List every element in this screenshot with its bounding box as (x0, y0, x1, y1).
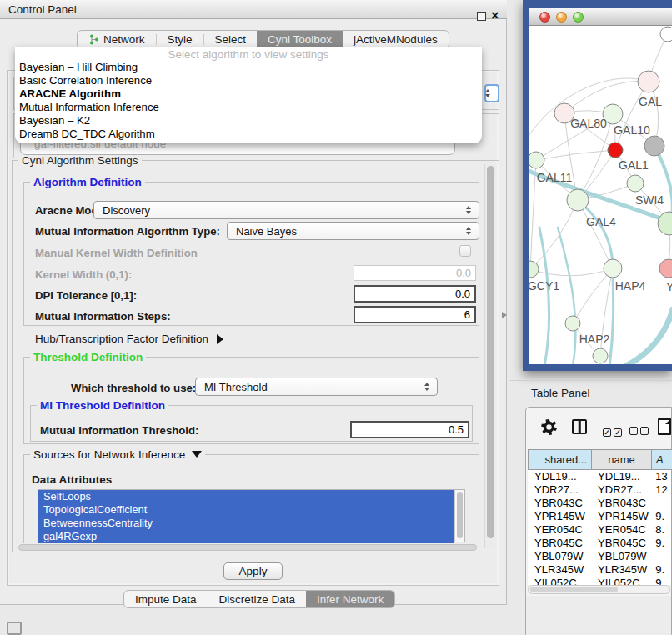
minimize-window-icon[interactable] (556, 12, 567, 22)
table-row[interactable]: YBR043CYBR043C (528, 497, 671, 510)
new-table-icon[interactable] (658, 418, 671, 435)
settings-horizontal-scrollbar[interactable] (17, 543, 480, 552)
node-hap2[interactable] (565, 316, 580, 331)
node-gal-pink[interactable] (638, 71, 659, 92)
aracne-mode-combo[interactable]: Discovery (93, 201, 479, 219)
tab-jactivemnodules[interactable]: jActiveMNodules (343, 31, 449, 48)
cell: YER054C (591, 523, 650, 537)
node-label: Y (666, 280, 672, 293)
bottom-left-partial-icon[interactable] (7, 622, 22, 635)
which-threshold-combo[interactable]: MI Threshold (195, 378, 438, 396)
float-panel-icon[interactable] (477, 12, 486, 21)
zoom-window-icon[interactable] (573, 12, 584, 22)
table-row[interactable]: YER054CYER054C8. (528, 523, 671, 537)
manual-kernel-width-checkbox[interactable] (459, 245, 471, 257)
node-gal4[interactable] (567, 189, 589, 211)
dropdown-item[interactable]: Mutual Information Inference (15, 101, 482, 114)
close-panel-icon[interactable]: × (491, 6, 499, 25)
table-row-clipped[interactable]: YIL052CYIL052C9 (528, 577, 671, 585)
network-graph: GAL GAL80 GAL10 GAL11 GAL1 SWI4 GAL4 GCY… (529, 26, 672, 364)
dropdown-item-selected[interactable]: ARACNE Algorithm (15, 88, 482, 101)
attribute-item-selected[interactable]: SelfLoops (38, 490, 454, 503)
table-row[interactable]: YBR045CYBR045C9. (528, 537, 671, 550)
column-header-name[interactable]: name (592, 449, 652, 470)
scrollbar-thumb[interactable] (487, 166, 494, 538)
hub-definition-expander[interactable]: Hub/Transcription Factor Definition (35, 332, 223, 345)
cell: 12 (650, 483, 671, 497)
mi-steps-field[interactable]: 6 (354, 306, 476, 323)
mi-algorithm-type-combo[interactable]: Naive Bayes (227, 222, 479, 240)
node-hap4[interactable] (604, 259, 622, 278)
tab-select[interactable]: Select (204, 31, 258, 48)
algorithm-definition-title: Algorithm Definition (30, 176, 145, 188)
cell: YBR045C (528, 537, 591, 550)
tab-discretize-data[interactable]: Discretize Data (208, 591, 307, 608)
node-label: GAL1 (619, 158, 649, 172)
tab-impute-data[interactable]: Impute Data (124, 591, 208, 608)
network-window-titlebar[interactable] (529, 8, 672, 26)
cell: 9. (650, 510, 671, 523)
tab-network[interactable]: Network (78, 31, 156, 48)
tab-cyni-toolbox[interactable]: Cyni Toolbox (257, 31, 343, 48)
algorithm-combo-right-end[interactable] (484, 84, 499, 102)
scrollbar-thumb[interactable] (18, 544, 477, 551)
scrollbar-thumb[interactable] (457, 492, 463, 538)
dropdown-item[interactable]: Dream8 DC_TDC Algorithm (15, 128, 482, 141)
node-label: GAL80 (570, 117, 607, 130)
dropdown-item[interactable]: Basic Correlation Inference (15, 74, 482, 88)
table-horizontal-scrollbar[interactable] (528, 585, 670, 594)
node-red-selected[interactable] (608, 142, 623, 158)
column-header-shared-name[interactable]: shared... (528, 449, 592, 470)
node-gray[interactable] (644, 136, 664, 156)
attribute-item-selected[interactable]: BetweennessCentrality (38, 517, 454, 530)
kernel-width-field[interactable]: 0.0 (354, 265, 476, 281)
attribute-item-selected[interactable]: gal4RGexp (38, 530, 454, 543)
scrollbar-thumb[interactable] (530, 587, 618, 592)
node-label: HAP2 (579, 332, 610, 346)
deselect-all-checks-icon[interactable] (629, 423, 651, 438)
attributes-list-scrollbar[interactable] (454, 490, 464, 542)
network-tab-icon (88, 34, 99, 45)
node-right-green[interactable] (658, 212, 672, 235)
tab-discretize-data-label: Discretize Data (219, 593, 296, 606)
column-header-partial[interactable]: A (652, 449, 672, 470)
mi-algorithm-type-label: Mutual Information Algorithm Type: (35, 225, 220, 238)
node-gal1[interactable] (627, 175, 644, 192)
table-row[interactable]: YPR145WYPR145W9. (528, 510, 671, 523)
attribute-item-selected[interactable]: TopologicalCoefficient (38, 503, 454, 517)
close-window-icon[interactable] (539, 12, 550, 22)
cell: YDL19... (528, 470, 591, 483)
table-row[interactable]: YBL079WYBL079W (528, 550, 671, 563)
settings-vertical-scrollbar[interactable] (484, 164, 496, 548)
dpi-tolerance-field[interactable]: 0.0 (354, 285, 476, 302)
node-gcy1[interactable] (529, 261, 539, 278)
table-row[interactable]: YDR27...YDR27...12 (528, 483, 671, 497)
tab-infer-network[interactable]: Infer Network (306, 591, 394, 608)
node-partial-top[interactable] (660, 27, 672, 42)
cell: 13 (650, 470, 671, 483)
cell: YBL079W (591, 550, 650, 563)
table-row[interactable]: YDL19...YDL19...13 (528, 470, 671, 483)
dropdown-item[interactable]: Bayesian – K2 (15, 114, 482, 128)
select-all-checks-icon[interactable]: ✓✓ (603, 423, 624, 438)
dropdown-item[interactable]: Bayesian – Hill Climbing (15, 61, 482, 74)
cell: YBR045C (591, 537, 650, 550)
gear-icon[interactable] (541, 419, 557, 435)
tab-style[interactable]: Style (157, 31, 203, 48)
splitpane-arrow-icon[interactable] (502, 312, 507, 318)
node-label: GAL (639, 95, 662, 108)
table-row[interactable]: YLR345WYLR345W9. (528, 563, 671, 577)
node-gal11[interactable] (529, 152, 544, 168)
network-canvas[interactable]: GAL GAL80 GAL10 GAL11 GAL1 SWI4 GAL4 GCY… (529, 26, 672, 364)
apply-button[interactable]: Apply (223, 562, 283, 580)
sources-group-title[interactable]: Sources for Network Inference (30, 448, 205, 461)
node-y-pink[interactable] (659, 259, 672, 278)
network-view-window[interactable]: GAL GAL80 GAL10 GAL11 GAL1 SWI4 GAL4 GCY… (523, 0, 672, 371)
data-attributes-list[interactable]: SelfLoops TopologicalCoefficient Between… (38, 489, 465, 542)
mi-threshold-label: Mutual Information Threshold: (40, 424, 198, 437)
mi-threshold-field[interactable]: 0.5 (350, 421, 469, 438)
node-partial-bottom[interactable] (593, 348, 608, 363)
columns-icon[interactable] (572, 419, 587, 434)
node-label: GAL10 (614, 123, 650, 137)
combo-spinner-icon (424, 382, 430, 391)
